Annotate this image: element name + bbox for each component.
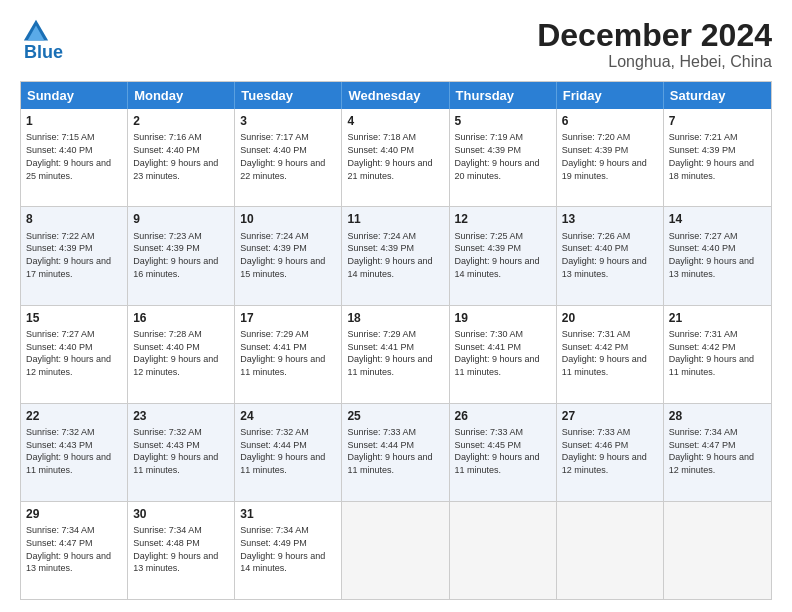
calendar-cell-day-10: 10Sunrise: 7:24 AMSunset: 4:39 PMDayligh… (235, 207, 342, 304)
cell-info: Sunrise: 7:27 AMSunset: 4:40 PMDaylight:… (26, 329, 111, 377)
cell-info: Sunrise: 7:34 AMSunset: 4:47 PMDaylight:… (26, 525, 111, 573)
header-day-wednesday: Wednesday (342, 82, 449, 109)
calendar-cell-day-26: 26Sunrise: 7:33 AMSunset: 4:45 PMDayligh… (450, 404, 557, 501)
calendar-week-4: 22Sunrise: 7:32 AMSunset: 4:43 PMDayligh… (21, 403, 771, 501)
day-number: 10 (240, 211, 336, 227)
day-number: 9 (133, 211, 229, 227)
cell-info: Sunrise: 7:34 AMSunset: 4:47 PMDaylight:… (669, 427, 754, 475)
calendar-cell-day-17: 17Sunrise: 7:29 AMSunset: 4:41 PMDayligh… (235, 306, 342, 403)
cell-info: Sunrise: 7:22 AMSunset: 4:39 PMDaylight:… (26, 231, 111, 279)
day-number: 16 (133, 310, 229, 326)
page-title: December 2024 (537, 18, 772, 53)
calendar-cell-day-27: 27Sunrise: 7:33 AMSunset: 4:46 PMDayligh… (557, 404, 664, 501)
cell-info: Sunrise: 7:34 AMSunset: 4:49 PMDaylight:… (240, 525, 325, 573)
logo: Blue (20, 18, 63, 63)
day-number: 29 (26, 506, 122, 522)
cell-info: Sunrise: 7:29 AMSunset: 4:41 PMDaylight:… (240, 329, 325, 377)
header-day-saturday: Saturday (664, 82, 771, 109)
cell-info: Sunrise: 7:34 AMSunset: 4:48 PMDaylight:… (133, 525, 218, 573)
cell-info: Sunrise: 7:16 AMSunset: 4:40 PMDaylight:… (133, 132, 218, 180)
day-number: 13 (562, 211, 658, 227)
day-number: 17 (240, 310, 336, 326)
calendar-cell-day-1: 1Sunrise: 7:15 AMSunset: 4:40 PMDaylight… (21, 109, 128, 206)
cell-info: Sunrise: 7:20 AMSunset: 4:39 PMDaylight:… (562, 132, 647, 180)
day-number: 27 (562, 408, 658, 424)
cell-info: Sunrise: 7:33 AMSunset: 4:46 PMDaylight:… (562, 427, 647, 475)
day-number: 2 (133, 113, 229, 129)
calendar-cell-empty (664, 502, 771, 599)
cell-info: Sunrise: 7:25 AMSunset: 4:39 PMDaylight:… (455, 231, 540, 279)
header-day-tuesday: Tuesday (235, 82, 342, 109)
calendar-cell-day-11: 11Sunrise: 7:24 AMSunset: 4:39 PMDayligh… (342, 207, 449, 304)
calendar-cell-day-8: 8Sunrise: 7:22 AMSunset: 4:39 PMDaylight… (21, 207, 128, 304)
day-number: 5 (455, 113, 551, 129)
calendar-week-5: 29Sunrise: 7:34 AMSunset: 4:47 PMDayligh… (21, 501, 771, 599)
cell-info: Sunrise: 7:26 AMSunset: 4:40 PMDaylight:… (562, 231, 647, 279)
page: Blue December 2024 Longhua, Hebei, China… (0, 0, 792, 612)
header-day-monday: Monday (128, 82, 235, 109)
day-number: 7 (669, 113, 766, 129)
cell-info: Sunrise: 7:17 AMSunset: 4:40 PMDaylight:… (240, 132, 325, 180)
calendar-cell-day-7: 7Sunrise: 7:21 AMSunset: 4:39 PMDaylight… (664, 109, 771, 206)
calendar-cell-empty (450, 502, 557, 599)
calendar-cell-empty (557, 502, 664, 599)
cell-info: Sunrise: 7:18 AMSunset: 4:40 PMDaylight:… (347, 132, 432, 180)
cell-info: Sunrise: 7:33 AMSunset: 4:45 PMDaylight:… (455, 427, 540, 475)
day-number: 12 (455, 211, 551, 227)
calendar-cell-day-31: 31Sunrise: 7:34 AMSunset: 4:49 PMDayligh… (235, 502, 342, 599)
day-number: 20 (562, 310, 658, 326)
day-number: 23 (133, 408, 229, 424)
calendar-cell-day-13: 13Sunrise: 7:26 AMSunset: 4:40 PMDayligh… (557, 207, 664, 304)
header-day-thursday: Thursday (450, 82, 557, 109)
calendar-cell-day-9: 9Sunrise: 7:23 AMSunset: 4:39 PMDaylight… (128, 207, 235, 304)
calendar-cell-day-14: 14Sunrise: 7:27 AMSunset: 4:40 PMDayligh… (664, 207, 771, 304)
cell-info: Sunrise: 7:28 AMSunset: 4:40 PMDaylight:… (133, 329, 218, 377)
day-number: 26 (455, 408, 551, 424)
title-block: December 2024 Longhua, Hebei, China (537, 18, 772, 71)
calendar-cell-day-16: 16Sunrise: 7:28 AMSunset: 4:40 PMDayligh… (128, 306, 235, 403)
day-number: 6 (562, 113, 658, 129)
header-day-sunday: Sunday (21, 82, 128, 109)
calendar-cell-day-2: 2Sunrise: 7:16 AMSunset: 4:40 PMDaylight… (128, 109, 235, 206)
day-number: 1 (26, 113, 122, 129)
calendar-cell-day-6: 6Sunrise: 7:20 AMSunset: 4:39 PMDaylight… (557, 109, 664, 206)
calendar-cell-day-24: 24Sunrise: 7:32 AMSunset: 4:44 PMDayligh… (235, 404, 342, 501)
calendar-cell-empty (342, 502, 449, 599)
cell-info: Sunrise: 7:23 AMSunset: 4:39 PMDaylight:… (133, 231, 218, 279)
cell-info: Sunrise: 7:32 AMSunset: 4:43 PMDaylight:… (26, 427, 111, 475)
cell-info: Sunrise: 7:24 AMSunset: 4:39 PMDaylight:… (347, 231, 432, 279)
cell-info: Sunrise: 7:19 AMSunset: 4:39 PMDaylight:… (455, 132, 540, 180)
cell-info: Sunrise: 7:30 AMSunset: 4:41 PMDaylight:… (455, 329, 540, 377)
calendar-cell-day-23: 23Sunrise: 7:32 AMSunset: 4:43 PMDayligh… (128, 404, 235, 501)
day-number: 11 (347, 211, 443, 227)
calendar: SundayMondayTuesdayWednesdayThursdayFrid… (20, 81, 772, 600)
calendar-cell-day-25: 25Sunrise: 7:33 AMSunset: 4:44 PMDayligh… (342, 404, 449, 501)
day-number: 28 (669, 408, 766, 424)
day-number: 3 (240, 113, 336, 129)
calendar-cell-day-4: 4Sunrise: 7:18 AMSunset: 4:40 PMDaylight… (342, 109, 449, 206)
calendar-body: 1Sunrise: 7:15 AMSunset: 4:40 PMDaylight… (21, 109, 771, 599)
calendar-header: SundayMondayTuesdayWednesdayThursdayFrid… (21, 82, 771, 109)
calendar-cell-day-18: 18Sunrise: 7:29 AMSunset: 4:41 PMDayligh… (342, 306, 449, 403)
calendar-cell-day-3: 3Sunrise: 7:17 AMSunset: 4:40 PMDaylight… (235, 109, 342, 206)
cell-info: Sunrise: 7:32 AMSunset: 4:43 PMDaylight:… (133, 427, 218, 475)
cell-info: Sunrise: 7:33 AMSunset: 4:44 PMDaylight:… (347, 427, 432, 475)
day-number: 21 (669, 310, 766, 326)
calendar-cell-day-5: 5Sunrise: 7:19 AMSunset: 4:39 PMDaylight… (450, 109, 557, 206)
day-number: 31 (240, 506, 336, 522)
cell-info: Sunrise: 7:27 AMSunset: 4:40 PMDaylight:… (669, 231, 754, 279)
cell-info: Sunrise: 7:21 AMSunset: 4:39 PMDaylight:… (669, 132, 754, 180)
calendar-cell-day-15: 15Sunrise: 7:27 AMSunset: 4:40 PMDayligh… (21, 306, 128, 403)
day-number: 24 (240, 408, 336, 424)
calendar-week-1: 1Sunrise: 7:15 AMSunset: 4:40 PMDaylight… (21, 109, 771, 206)
day-number: 15 (26, 310, 122, 326)
day-number: 4 (347, 113, 443, 129)
cell-info: Sunrise: 7:15 AMSunset: 4:40 PMDaylight:… (26, 132, 111, 180)
calendar-cell-day-30: 30Sunrise: 7:34 AMSunset: 4:48 PMDayligh… (128, 502, 235, 599)
calendar-cell-day-22: 22Sunrise: 7:32 AMSunset: 4:43 PMDayligh… (21, 404, 128, 501)
cell-info: Sunrise: 7:31 AMSunset: 4:42 PMDaylight:… (669, 329, 754, 377)
cell-info: Sunrise: 7:29 AMSunset: 4:41 PMDaylight:… (347, 329, 432, 377)
calendar-cell-day-28: 28Sunrise: 7:34 AMSunset: 4:47 PMDayligh… (664, 404, 771, 501)
day-number: 25 (347, 408, 443, 424)
day-number: 14 (669, 211, 766, 227)
